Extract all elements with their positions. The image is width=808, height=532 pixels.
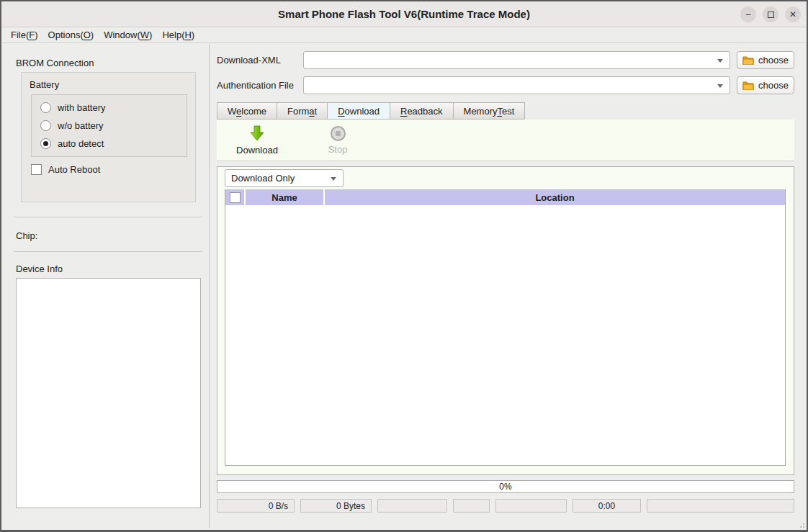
stop-button[interactable]: Stop — [313, 120, 362, 161]
download-toolbar: Download Stop — [217, 120, 794, 161]
auto-reboot-checkbox[interactable] — [31, 164, 42, 175]
radio-auto-detect[interactable]: auto detect — [40, 138, 187, 149]
radio-label: with battery — [58, 102, 105, 113]
minimize-button[interactable]: − — [740, 6, 756, 22]
radio-label: auto detect — [58, 138, 104, 149]
download-tab-content: Download Only Name Location — [217, 166, 794, 475]
radio-icon[interactable] — [40, 102, 51, 113]
status-field-5 — [495, 499, 567, 513]
battery-label: Battery — [30, 79, 59, 90]
chip-label: Chip: — [16, 230, 37, 241]
chevron-down-icon — [717, 59, 723, 63]
radio-icon[interactable] — [40, 120, 51, 131]
tab-memorytest[interactable]: MemoryTest — [453, 102, 526, 120]
download-mode-value: Download Only — [231, 173, 295, 184]
menu-options[interactable]: Options(O) — [43, 27, 99, 43]
status-bar: 0 B/s 0 Bytes 0:00 — [217, 499, 794, 513]
resize-grip[interactable] — [798, 521, 805, 528]
column-header-location: Location — [325, 189, 785, 205]
close-icon: ✕ — [789, 10, 796, 19]
partition-table: Name Location — [225, 189, 786, 466]
status-bytes: 0 Bytes — [300, 499, 372, 513]
status-field-4 — [453, 499, 490, 513]
main-area: BROM Connection Battery with battery w/o… — [3, 45, 805, 528]
auth-file-combobox[interactable] — [303, 76, 730, 94]
separator — [14, 251, 202, 252]
close-button[interactable]: ✕ — [785, 6, 801, 22]
partition-table-body[interactable] — [225, 205, 785, 465]
maximize-button[interactable] — [763, 6, 778, 22]
auth-file-row: Authentication File choose — [217, 76, 794, 94]
download-button[interactable]: Download — [233, 120, 282, 161]
radio-wo-battery[interactable]: w/o battery — [40, 120, 187, 131]
partition-table-header: Name Location — [225, 189, 785, 205]
download-button-label: Download — [236, 145, 278, 155]
menu-help[interactable]: Help(H) — [157, 27, 199, 43]
tab-readback[interactable]: Readback — [390, 102, 453, 120]
brom-connection-label: BROM Connection — [16, 58, 94, 68]
window-title: Smart Phone Flash Tool V6(Runtime Trace … — [278, 8, 530, 20]
download-mode-select[interactable]: Download Only — [225, 169, 344, 187]
auto-reboot-checkbox-row[interactable]: Auto Reboot — [31, 164, 100, 175]
folder-icon — [742, 81, 754, 90]
folder-icon — [742, 55, 754, 65]
tab-bar: Welcome Format Download Readback MemoryT… — [217, 102, 525, 120]
menubar: File(F) Options(O) Window(W) Help(H) — [1, 27, 807, 43]
download-xml-choose-button[interactable]: choose — [737, 51, 794, 69]
separator — [14, 217, 202, 217]
tab-download[interactable]: Download — [327, 102, 390, 120]
radio-icon[interactable] — [40, 138, 51, 149]
app-window: Smart Phone Flash Tool V6(Runtime Trace … — [0, 0, 808, 532]
device-info-box — [16, 278, 201, 508]
status-field-7 — [647, 499, 794, 513]
chevron-down-icon — [717, 84, 723, 88]
tab-format[interactable]: Format — [277, 102, 327, 120]
menu-file[interactable]: File(F) — [6, 27, 43, 43]
status-time: 0:00 — [573, 499, 641, 513]
brom-connection-group: Battery with battery w/o battery auto de… — [21, 72, 196, 202]
download-xml-label: Download-XML — [217, 55, 303, 66]
flash-panel: Download-XML choose Authentication File — [210, 45, 805, 528]
minimize-icon: − — [745, 10, 751, 19]
battery-options-group: with battery w/o battery auto detect — [31, 94, 187, 157]
stop-button-label: Stop — [328, 144, 348, 155]
select-all-checkbox[interactable] — [230, 192, 241, 203]
status-field-3 — [377, 499, 447, 513]
menu-window[interactable]: Window(W) — [99, 27, 157, 43]
column-header-name: Name — [246, 189, 325, 205]
maximize-icon — [768, 12, 774, 18]
download-xml-row: Download-XML choose — [217, 51, 794, 69]
device-info-label: Device Info — [16, 263, 63, 274]
auto-reboot-label: Auto Reboot — [48, 164, 100, 175]
choose-button-label: choose — [758, 80, 789, 91]
auth-file-label: Authentication File — [217, 80, 303, 91]
status-speed: 0 B/s — [217, 499, 295, 513]
window-controls: − ✕ — [740, 1, 801, 27]
download-arrow-icon — [249, 125, 265, 143]
connection-panel: BROM Connection Battery with battery w/o… — [3, 45, 210, 528]
choose-button-label: choose — [758, 55, 789, 66]
tab-welcome[interactable]: Welcome — [217, 102, 277, 120]
radio-label: w/o battery — [58, 120, 104, 131]
download-xml-combobox[interactable] — [303, 51, 730, 69]
progress-label: 0% — [499, 482, 511, 492]
chevron-down-icon — [331, 177, 336, 181]
radio-with-battery[interactable]: with battery — [40, 102, 187, 113]
select-all-cell[interactable] — [225, 189, 246, 205]
stop-icon — [330, 125, 346, 142]
auth-file-choose-button[interactable]: choose — [737, 76, 794, 94]
titlebar: Smart Phone Flash Tool V6(Runtime Trace … — [1, 1, 807, 27]
progress-bar: 0% — [217, 480, 794, 493]
